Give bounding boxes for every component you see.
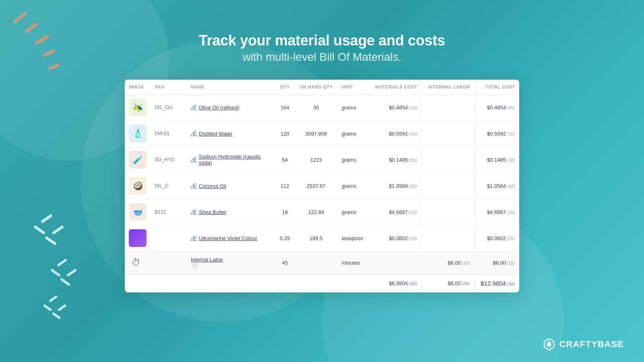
cost-value: $6.9804: [389, 280, 408, 286]
logo-text: CRAFTYBASE: [559, 339, 624, 350]
totals-empty-4: [295, 274, 338, 293]
cost-value: $1.0584: [487, 183, 506, 189]
product-image-cell: 🥣: [125, 199, 151, 225]
link-icon: 🔗: [191, 209, 197, 215]
cost-value: $0.4854: [487, 105, 506, 111]
cost-value: $4.6687: [487, 209, 506, 215]
product-qty: 64: [275, 147, 295, 173]
table-row: 🥣B112🔗Shea Butter19122.84grams$4.6687USD…: [125, 199, 519, 225]
col-sku: SKU: [151, 80, 187, 95]
totals-empty-0: [125, 274, 151, 293]
product-internal-labor: [421, 95, 475, 121]
col-materials-cost: MATERIALS COST: [369, 80, 421, 95]
cost-currency: USD: [409, 132, 417, 136]
cost-currency: USD: [462, 261, 470, 265]
materials-table: IMAGE SKU NAME QTY ON HAND QTY UNIT MATE…: [125, 80, 519, 292]
labor-qty: 45: [275, 251, 295, 274]
cost-currency: USD: [409, 158, 417, 162]
product-internal-labor: [421, 147, 475, 173]
product-materials-cost: $0.4854USD: [369, 95, 421, 121]
labor-onhand: [295, 251, 338, 274]
cost-currency: USD: [409, 282, 417, 286]
product-image: 🧴: [129, 125, 147, 142]
product-sku: OIL_C: [151, 173, 187, 199]
cost-value: $1.0584: [389, 183, 408, 189]
totals-empty-1: [151, 274, 187, 293]
product-qty: 0.25: [275, 225, 295, 251]
labor-sku: [151, 251, 187, 274]
product-sku: SO_HYD: [151, 147, 187, 173]
cost-currency: USD: [507, 132, 515, 136]
cost-value: $0.5592: [389, 131, 408, 137]
col-total-cost: TOTAL COST: [475, 80, 519, 95]
product-internal-labor: [421, 199, 475, 225]
totals-empty-3: [275, 274, 295, 293]
cost-currency: USD: [462, 282, 470, 286]
product-onhand: 30: [295, 95, 338, 121]
product-unit: grams: [338, 147, 369, 173]
product-name-link[interactable]: 🔗Sodium Hydroxide (caustic soda): [191, 154, 271, 166]
headline-bold: Track your material usage and costs: [199, 32, 445, 49]
product-unit: grams: [338, 95, 369, 121]
totals-materials-cost: $6.9804USD: [369, 274, 421, 293]
product-name-link[interactable]: 🔗Olive Oil (refined): [191, 105, 271, 111]
product-name-link[interactable]: 🔗Shea Butter: [191, 209, 271, 215]
table-row: 🫒OIL_OLI🔗Olive Oil (refined)16430grams$0…: [125, 95, 519, 121]
product-internal-labor: [421, 173, 475, 199]
product-name-text: Olive Oil (refined): [199, 105, 239, 111]
table-container: IMAGE SKU NAME QTY ON HAND QTY UNIT MATE…: [125, 80, 519, 292]
product-onhand: 122.84: [295, 199, 338, 225]
product-internal-labor: [421, 225, 475, 251]
cost-value: $0.4854: [389, 105, 408, 111]
product-image-cell: 🧪: [125, 147, 151, 173]
product-image: 🧪: [129, 151, 147, 169]
link-icon: 🔗: [191, 105, 197, 110]
product-name-link[interactable]: 🔗Ultramarine Violet Colour: [191, 235, 271, 241]
labor-row: ⏱Internal Labor?45minutes$6.00USD$6.00US…: [125, 251, 519, 274]
product-qty: 164: [275, 95, 295, 121]
product-image-cell: [125, 225, 151, 251]
col-unit: UNIT: [338, 80, 369, 95]
help-icon[interactable]: ?: [192, 263, 198, 269]
product-image-cell: 🧴: [125, 121, 151, 147]
table-row: 🔗Ultramarine Violet Colour0.25189.5teasp…: [125, 225, 519, 251]
cost-value: $0.1485: [487, 157, 506, 163]
product-onhand: 2537.97: [295, 173, 338, 199]
timer-icon: ⏱: [129, 255, 143, 270]
product-materials-cost: $1.0584USD: [369, 173, 421, 199]
cost-currency: USD: [409, 237, 417, 241]
product-total-cost: $0.0602USD: [475, 225, 519, 251]
totals-row: $6.9804USD$6.00USD$12.9804USD: [125, 274, 519, 293]
product-name-text: Distilled Water: [199, 131, 232, 137]
link-icon: 🔗: [191, 235, 197, 241]
product-name-text: Shea Butter: [199, 209, 227, 215]
cost-value: $6.00: [448, 260, 461, 266]
totals-empty-5: [338, 274, 369, 293]
product-name-cell: 🔗Coconut Oil: [187, 173, 275, 199]
labor-unit: minutes: [338, 251, 369, 274]
labor-name-link[interactable]: Internal Labor: [191, 257, 271, 263]
product-name-link[interactable]: 🔗Distilled Water: [191, 131, 271, 137]
cost-value: $6.00: [493, 260, 506, 266]
product-image-cell: 🥥: [125, 173, 151, 199]
product-image: 🫒: [129, 99, 147, 116]
product-name-cell: 🔗Shea Butter: [187, 199, 275, 225]
product-image: [129, 229, 147, 247]
product-onhand: 1223: [295, 147, 338, 173]
cost-value: $6.00: [448, 280, 461, 286]
product-sku: DW-01: [151, 121, 187, 147]
cost-currency: USD: [507, 210, 515, 215]
product-unit: grams: [338, 173, 369, 199]
product-name-link[interactable]: 🔗Coconut Oil: [191, 183, 271, 189]
product-internal-labor: [421, 121, 475, 147]
col-internal-labor: INTERNAL LABOR: [421, 80, 475, 95]
cost-value: $0.0602: [487, 235, 506, 241]
labor-internal-labor: $6.00USD: [421, 251, 475, 274]
product-name-cell: 🔗Olive Oil (refined): [187, 95, 275, 121]
product-image: 🥥: [129, 177, 147, 195]
headline-light: with multi-level Bill Of Materials.: [199, 51, 445, 64]
link-icon: 🔗: [191, 183, 197, 189]
table-row: 🥥OIL_C🔗Coconut Oil1122537.97grams$1.0584…: [125, 173, 519, 199]
product-qty: 19: [275, 199, 295, 225]
cost-currency: USD: [507, 261, 515, 265]
